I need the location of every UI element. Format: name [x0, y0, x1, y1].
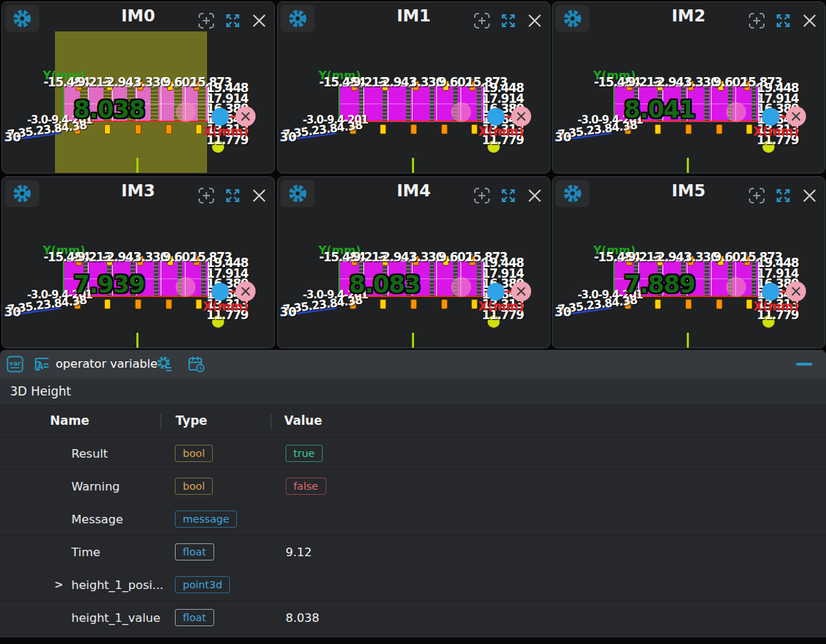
- column-header-value: Value: [284, 413, 322, 428]
- profile-marker: [746, 299, 752, 309]
- center-view-icon[interactable]: [197, 11, 216, 30]
- close-icon[interactable]: [525, 11, 544, 30]
- var-icon[interactable]: [6, 355, 24, 373]
- delete-handle[interactable]: [511, 106, 531, 126]
- viewer-panel-im0: Y(mm) -15.484 -9.213 -2.941 3.330 9.602 …: [1, 1, 275, 173]
- maximize-icon[interactable]: [223, 11, 242, 30]
- close-icon[interactable]: [250, 186, 268, 205]
- column-divider: [161, 413, 161, 429]
- profile-marker: [716, 299, 722, 309]
- history-schedule-icon[interactable]: [187, 355, 206, 373]
- profile-marker: [135, 299, 141, 309]
- x-axis-label: X(mm): [203, 124, 248, 139]
- table-row[interactable]: Warningboolfalse: [0, 470, 826, 503]
- x-axis-label: X(mm): [478, 299, 524, 313]
- profile-marker: [166, 124, 172, 134]
- center-view-icon[interactable]: [197, 186, 216, 205]
- close-icon[interactable]: [525, 186, 544, 205]
- type-badge: message: [175, 510, 237, 528]
- close-icon[interactable]: [800, 11, 819, 30]
- table-row[interactable]: Timefloat9.12: [0, 535, 826, 568]
- scan-line: [687, 158, 689, 173]
- scan-line: [136, 158, 138, 173]
- maximize-icon[interactable]: [774, 11, 792, 30]
- collapse-panel-button[interactable]: [796, 363, 812, 366]
- profile-marker: [380, 124, 386, 134]
- maximize-icon[interactable]: [499, 11, 518, 30]
- delete-handle[interactable]: [236, 281, 256, 301]
- viewer-panel-im5: Y(mm) -15.484 -9.213 -2.941 3.330 9.602 …: [552, 176, 825, 348]
- variable-settings-icon[interactable]: [156, 355, 174, 373]
- profile-marker: [166, 299, 172, 309]
- column-divider: [271, 413, 271, 429]
- type-badge: float: [175, 609, 214, 626]
- variable-name: Result: [71, 446, 108, 460]
- x-axis-label: X(mm): [753, 299, 799, 313]
- x-axis-label: X(mm): [478, 124, 524, 139]
- table-row[interactable]: Resultbooltrue: [0, 437, 826, 470]
- drag-handle[interactable]: [211, 283, 229, 301]
- center-view-icon[interactable]: [473, 11, 491, 30]
- profile-marker: [104, 124, 111, 134]
- center-view-icon[interactable]: [747, 11, 766, 30]
- profile-marker: [471, 299, 478, 309]
- maximize-icon[interactable]: [774, 186, 792, 205]
- profile-marker: [441, 124, 448, 134]
- close-icon[interactable]: [800, 186, 819, 205]
- center-view-icon[interactable]: [473, 186, 491, 205]
- delete-handle[interactable]: [786, 106, 806, 126]
- probe-ghost-circle: [451, 102, 471, 122]
- delete-handle[interactable]: [236, 106, 256, 126]
- profile-marker: [196, 299, 202, 309]
- table-row[interactable]: Messagemessage: [0, 503, 826, 535]
- profile-marker: [655, 124, 661, 134]
- drag-handle[interactable]: [211, 108, 229, 126]
- probe-ghost-circle: [176, 102, 196, 122]
- delete-handle[interactable]: [786, 281, 806, 301]
- probe-ghost-circle: [726, 102, 746, 122]
- profile-marker: [716, 124, 722, 134]
- close-icon[interactable]: [250, 11, 268, 30]
- profile-marker: [135, 124, 141, 134]
- profile-marker: [685, 124, 692, 134]
- scan-line: [136, 333, 138, 348]
- x-axis-label: X(mm): [753, 124, 799, 139]
- height-measurement-label: 7.939: [74, 271, 144, 298]
- variable-name: Message: [71, 512, 123, 525]
- viewer-panel-im2: Y(mm) -15.484 -9.213 -2.941 3.330 9.602 …: [552, 1, 825, 173]
- profile-marker: [441, 299, 448, 309]
- profile-marker: [380, 299, 386, 309]
- profile-marker: [196, 124, 202, 134]
- drag-handle[interactable]: [487, 108, 505, 126]
- table-header: Name Type Value: [0, 406, 826, 438]
- variable-list-icon[interactable]: [33, 355, 51, 373]
- variable-name: height_1_posi...: [71, 578, 163, 591]
- profile-marker: [104, 299, 111, 309]
- probe-ghost-circle: [451, 277, 471, 297]
- height-measurement-label: 8.038: [74, 96, 144, 124]
- drag-handle[interactable]: [487, 283, 505, 301]
- drag-handle[interactable]: [762, 108, 780, 126]
- maximize-icon[interactable]: [499, 186, 518, 205]
- viewer-panel-im3: Y(mm) -15.484 -9.213 -2.941 3.330 9.602 …: [1, 176, 275, 348]
- viewer-panel-im1: Y(mm) -15.484 -9.213 -2.941 3.330 9.602 …: [277, 1, 550, 173]
- center-view-icon[interactable]: [747, 186, 766, 205]
- table-row[interactable]: height_1_valuefloat8.038: [0, 601, 826, 634]
- drag-handle[interactable]: [762, 283, 780, 301]
- operator-variable-panel: operator variable 3D Height Name Type Va…: [0, 350, 826, 638]
- x-axis-label: X(mm): [203, 299, 248, 313]
- maximize-icon[interactable]: [223, 186, 242, 205]
- delete-handle[interactable]: [511, 281, 531, 301]
- scan-line: [412, 333, 414, 348]
- column-header-type: Type: [176, 413, 207, 428]
- profile-marker: [685, 299, 692, 309]
- viewer-panel-im4: Y(mm) -15.484 -9.213 -2.941 3.330 9.602 …: [277, 176, 550, 348]
- expand-chevron-icon[interactable]: >: [54, 578, 64, 591]
- type-badge: bool: [175, 478, 213, 495]
- probe-ghost-circle: [726, 277, 746, 297]
- scan-line: [687, 333, 689, 348]
- variable-value: 9.12: [286, 545, 312, 558]
- z-axis-ticks: 30: [555, 130, 572, 144]
- table-row[interactable]: >height_1_posi...point3d: [0, 568, 826, 601]
- variable-table-body: ResultbooltrueWarningboolfalseMessagemes…: [0, 437, 826, 638]
